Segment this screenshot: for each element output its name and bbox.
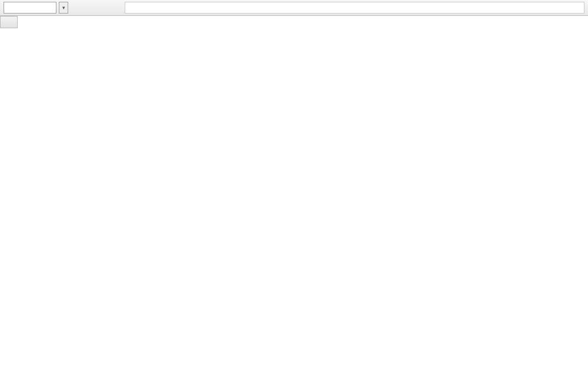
fx-icon[interactable] <box>109 2 122 14</box>
column-header-row <box>1 16 589 28</box>
name-box[interactable] <box>4 2 56 14</box>
spreadsheet-grid[interactable] <box>0 16 588 28</box>
formula-input[interactable] <box>125 2 584 14</box>
formula-bar: ▾ <box>0 0 588 16</box>
cancel-icon[interactable] <box>79 2 92 14</box>
confirm-icon[interactable] <box>94 2 107 14</box>
select-all-corner[interactable] <box>1 16 18 28</box>
name-box-dropdown-icon[interactable]: ▾ <box>59 2 68 14</box>
